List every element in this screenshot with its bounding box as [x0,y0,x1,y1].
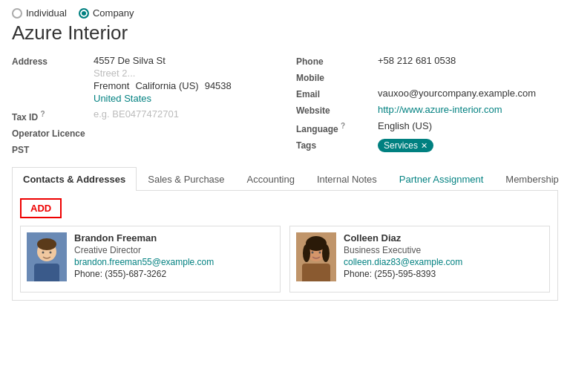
tabs-bar: Contacts & Addresses Sales & Purchase Ac… [12,167,558,191]
company-option[interactable]: Company [79,7,134,19]
mobile-row: Mobile [296,71,558,83]
address-block: 4557 De Silva St Street 2... Fremont Cal… [94,55,274,104]
page-container: Individual Company Azure Interior Addres… [0,0,570,308]
tab-content: ADD [12,191,558,301]
email-value: vauxoo@yourcompany.example.com [378,88,558,99]
address-city[interactable]: Fremont [94,80,129,91]
form-left: Address 4557 De Silva St Street 2... Fre… [12,55,274,160]
phone-row: Phone +58 212 681 0538 [296,55,558,67]
tax-id-label: Tax ID ? [12,108,94,122]
tab-internal-notes[interactable]: Internal Notes [306,167,388,191]
svg-point-3 [37,238,56,250]
svg-rect-7 [302,264,330,281]
tab-partner-assignment[interactable]: Partner Assignment [388,167,494,191]
tab-membership[interactable]: Membership [494,167,570,191]
tags-label: Tags [296,139,378,151]
address-label: Address [12,55,94,67]
tab-accounting[interactable]: Accounting [236,167,306,191]
address-street2[interactable]: Street 2... [94,68,274,79]
email-label: Email [296,88,378,99]
contact-card-brandon[interactable]: Brandon Freeman Creative Director brando… [20,226,281,293]
form-section: Address 4557 De Silva St Street 2... Fre… [12,55,558,160]
form-right: Phone +58 212 681 0538 Mobile Email vaux… [296,55,558,160]
company-name: Azure Interior [12,22,558,45]
contact-card-colleen[interactable]: Colleen Diaz Business Executive colleen.… [289,226,550,293]
operator-licence-row: Operator Licence [12,127,274,139]
contact-phone-brandon: Phone: (355)-687-3262 [74,269,214,279]
svg-point-11 [322,244,330,262]
language-row: Language ? English (US) [296,120,558,134]
contact-email-brandon[interactable]: brandon.freeman55@example.com [74,257,214,267]
contact-info-brandon: Brandon Freeman Creative Director brando… [74,232,214,279]
pst-label: PST [12,143,94,155]
website-value[interactable]: http://www.azure-interior.com [378,104,558,115]
website-row: Website http://www.azure-interior.com [296,104,558,116]
tax-id-field[interactable]: e.g. BE0477472701 [94,108,274,120]
tax-id-row: Tax ID ? e.g. BE0477472701 [12,108,274,122]
svg-point-10 [303,244,310,262]
tags-row: Tags Services ✕ [296,139,558,152]
language-label: Language ? [296,120,378,134]
svg-point-12 [312,252,314,254]
contact-email-colleen[interactable]: colleen.diaz83@example.com [344,257,462,267]
website-label: Website [296,104,378,116]
svg-point-4 [42,252,45,254]
contact-info-colleen: Colleen Diaz Business Executive colleen.… [344,232,462,279]
svg-point-13 [319,252,321,254]
svg-rect-1 [34,264,59,281]
tab-contacts-addresses[interactable]: Contacts & Addresses [12,167,137,191]
contact-name-colleen: Colleen Diaz [344,232,462,244]
address-city-line: Fremont California (US) 94538 [94,80,274,91]
address-country[interactable]: United States [94,93,274,104]
avatar-colleen [296,232,336,281]
services-tag-label: Services [384,140,418,151]
contact-phone-colleen: Phone: (255)-595-8393 [344,269,462,279]
individual-radio[interactable] [12,8,22,19]
address-street: 4557 De Silva St [94,55,274,66]
email-row: Email vauxoo@yourcompany.example.com [296,88,558,99]
contact-title-brandon: Creative Director [74,245,214,255]
individual-label: Individual [26,7,67,19]
services-tag-remove[interactable]: ✕ [421,141,428,151]
address-zip: 94538 [205,80,232,91]
tags-container: Services ✕ [378,139,558,152]
address-state: California (US) [135,80,198,91]
pst-row: PST [12,143,274,155]
company-radio[interactable] [79,8,89,19]
tab-sales-purchase[interactable]: Sales & Purchase [137,167,235,191]
phone-value: +58 212 681 0538 [378,55,558,66]
svg-point-5 [50,252,52,254]
add-contact-button[interactable]: ADD [20,198,62,218]
phone-label: Phone [296,55,378,67]
mobile-label: Mobile [296,71,378,83]
contact-name-brandon: Brandon Freeman [74,232,214,244]
type-selector: Individual Company [12,7,558,19]
contacts-grid: Brandon Freeman Creative Director brando… [20,226,550,293]
individual-option[interactable]: Individual [12,7,67,19]
operator-licence-label: Operator Licence [12,127,94,139]
language-value: English (US) [378,120,558,131]
contact-title-colleen: Business Executive [344,245,462,255]
services-tag[interactable]: Services ✕ [378,139,433,152]
avatar-brandon [27,232,67,281]
address-row: Address 4557 De Silva St Street 2... Fre… [12,55,274,104]
company-label: Company [93,7,134,19]
